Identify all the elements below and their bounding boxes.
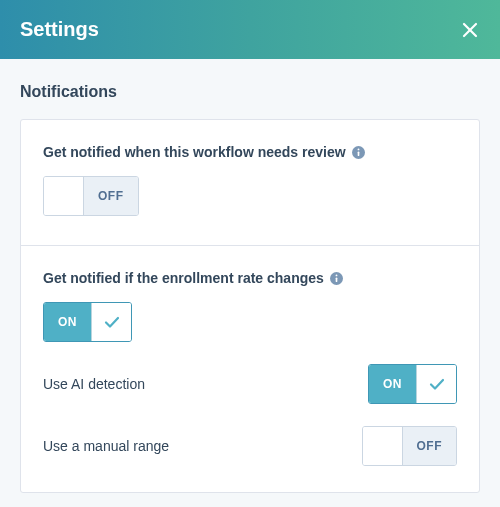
settings-title: Settings xyxy=(20,18,99,41)
ai-detection-toggle[interactable]: ON xyxy=(368,364,457,404)
toggle-handle xyxy=(416,365,456,403)
review-notification-label: Get notified when this workflow needs re… xyxy=(43,144,457,160)
content-area: Notifications Get notified when this wor… xyxy=(0,59,500,493)
info-icon[interactable] xyxy=(352,145,366,159)
ai-detection-row: Use AI detection ON xyxy=(43,364,457,404)
svg-point-7 xyxy=(336,274,338,276)
settings-header: Settings xyxy=(0,0,500,59)
check-icon xyxy=(102,312,122,332)
manual-range-toggle[interactable]: OFF xyxy=(362,426,458,466)
svg-point-4 xyxy=(358,148,360,150)
enrollment-notification-section: Get notified if the enrollment rate chan… xyxy=(21,245,479,492)
notifications-section-title: Notifications xyxy=(20,83,480,101)
close-button[interactable] xyxy=(460,20,480,40)
toggle-off-label: OFF xyxy=(84,177,138,215)
enrollment-notification-label: Get notified if the enrollment rate chan… xyxy=(43,270,457,286)
svg-rect-6 xyxy=(336,277,338,282)
manual-range-row: Use a manual range OFF xyxy=(43,426,457,466)
review-notification-text: Get notified when this workflow needs re… xyxy=(43,144,346,160)
review-notification-toggle[interactable]: OFF xyxy=(43,176,139,216)
toggle-handle xyxy=(44,177,84,215)
info-icon[interactable] xyxy=(330,271,344,285)
close-icon xyxy=(460,20,480,40)
toggle-on-label: ON xyxy=(369,365,416,403)
toggle-on-label: ON xyxy=(44,303,91,341)
toggle-off-label: OFF xyxy=(403,427,457,465)
manual-range-label: Use a manual range xyxy=(43,438,169,454)
notifications-card: Get notified when this workflow needs re… xyxy=(20,119,480,493)
enrollment-notification-toggle[interactable]: ON xyxy=(43,302,132,342)
check-icon xyxy=(427,374,447,394)
toggle-handle xyxy=(91,303,131,341)
review-notification-section: Get notified when this workflow needs re… xyxy=(21,120,479,245)
svg-rect-3 xyxy=(358,151,360,156)
ai-detection-label: Use AI detection xyxy=(43,376,145,392)
toggle-handle xyxy=(363,427,403,465)
enrollment-notification-text: Get notified if the enrollment rate chan… xyxy=(43,270,324,286)
